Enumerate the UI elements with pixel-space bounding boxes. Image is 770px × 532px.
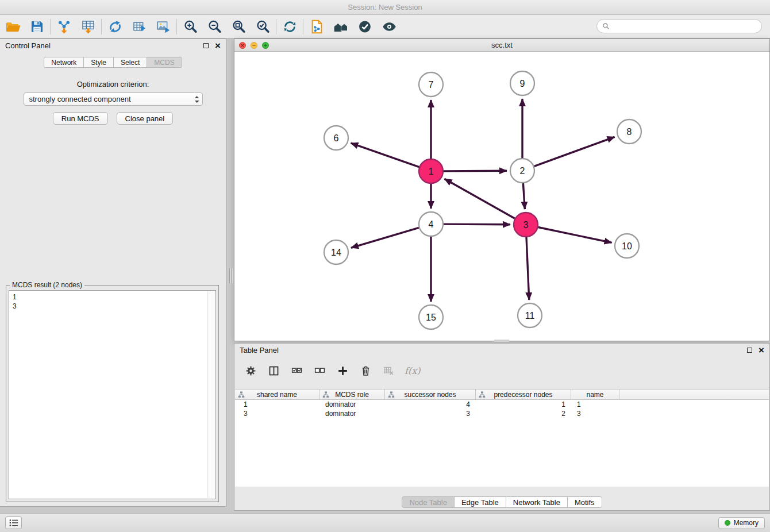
open-session-button[interactable] (3, 17, 22, 36)
cell-name[interactable]: 1 (571, 400, 619, 408)
export-table-button[interactable] (129, 17, 149, 36)
graph-edge-2-8[interactable] (534, 137, 615, 166)
close-panel-icon[interactable]: × (759, 345, 764, 355)
table-header-row: shared name MCDS role successor nodes pr… (235, 389, 769, 400)
style-check-icon (357, 19, 373, 34)
cell-mcds-role[interactable]: dominator (319, 410, 385, 418)
network-document-button[interactable] (307, 17, 326, 36)
table-row[interactable]: 3 dominator 3 2 3 (235, 409, 769, 418)
export-image-button[interactable] (153, 17, 173, 36)
network-graph[interactable]: 7968124314101511 (234, 52, 769, 341)
delete-table-button[interactable] (382, 364, 395, 377)
graph-edge-4-14[interactable] (351, 228, 419, 248)
memory-status-icon (725, 520, 730, 526)
graph-edge-2-3[interactable] (523, 183, 525, 209)
zoom-in-button[interactable] (180, 17, 200, 36)
graph-edge-3-10[interactable] (538, 228, 612, 243)
zoom-selected-button[interactable] (253, 17, 272, 36)
deselect-all-columns-button[interactable] (313, 364, 326, 377)
export-network-button[interactable] (105, 17, 125, 36)
cell-predecessor-nodes[interactable]: 1 (476, 400, 571, 408)
result-scrollbar[interactable] (207, 291, 215, 498)
app-titlebar[interactable]: Session: New Session (0, 0, 770, 15)
graph-edge-1-2[interactable] (444, 171, 507, 171)
zoom-in-icon (183, 19, 198, 34)
tab-node-table[interactable]: Node Table (402, 496, 455, 508)
memory-button[interactable]: Memory (718, 517, 765, 529)
network-window-titlebar[interactable]: scc.txt (234, 39, 769, 52)
add-column-button[interactable] (336, 364, 349, 377)
column-header-successor-nodes[interactable]: successor nodes (385, 390, 476, 399)
column-header-predecessor-nodes[interactable]: predecessor nodes (476, 390, 571, 399)
import-table-icon (80, 19, 96, 34)
save-icon (29, 19, 45, 34)
close-panel-icon[interactable]: × (215, 41, 221, 51)
zoom-fit-icon (231, 19, 247, 34)
run-mcds-button[interactable]: Run MCDS (53, 112, 108, 125)
graph-node-label: 6 (334, 133, 339, 143)
column-header-name[interactable]: name (571, 390, 619, 399)
cell-predecessor-nodes[interactable]: 2 (476, 410, 571, 418)
task-history-button[interactable] (5, 516, 22, 529)
mcds-result-textarea[interactable]: 1 3 (9, 290, 216, 499)
tab-motifs[interactable]: Motifs (567, 496, 602, 508)
search-input[interactable] (613, 22, 756, 30)
show-columns-button[interactable] (267, 364, 280, 377)
refresh-view-button[interactable] (280, 17, 299, 36)
table-toolbar: f(x) (234, 358, 769, 383)
zoom-fit-button[interactable] (229, 17, 248, 36)
tab-style[interactable]: Style (83, 57, 114, 68)
dropdown-stepper-icon (194, 95, 199, 103)
column-header-shared-name[interactable]: shared name (235, 390, 319, 399)
delete-column-button[interactable] (359, 364, 372, 377)
tab-mcds[interactable]: MCDS (147, 57, 182, 68)
import-table-button[interactable] (78, 17, 98, 36)
tab-select[interactable]: Select (113, 57, 147, 68)
cell-name[interactable]: 3 (571, 410, 619, 418)
control-panel-header: Control Panel × (0, 39, 226, 52)
cell-successor-nodes[interactable]: 3 (385, 410, 476, 418)
float-panel-icon[interactable] (203, 43, 209, 48)
zoom-out-button[interactable] (205, 17, 224, 36)
home-button[interactable] (331, 17, 351, 36)
workspace: Control Panel × Network Style Select MCD… (0, 38, 770, 513)
column-header-mcds-role[interactable]: MCDS role (319, 390, 385, 399)
cell-shared-name[interactable]: 3 (235, 410, 319, 418)
column-label: name (586, 391, 603, 399)
show-graphics-button[interactable] (379, 17, 399, 36)
float-panel-icon[interactable] (747, 348, 752, 353)
select-all-columns-button[interactable] (290, 364, 303, 377)
save-session-button[interactable] (27, 17, 47, 36)
graph-edge-3-1[interactable] (445, 179, 515, 218)
graph-node-label: 3 (523, 220, 529, 230)
import-network-button[interactable] (54, 17, 74, 36)
graph-edge-3-11[interactable] (526, 237, 529, 300)
tab-network-table[interactable]: Network Table (506, 496, 568, 508)
window-close-button[interactable] (239, 42, 246, 49)
node-table: shared name MCDS role successor nodes pr… (235, 389, 769, 487)
import-network-icon (56, 19, 72, 34)
criterion-dropdown[interactable]: strongly connected component (24, 92, 203, 106)
search-field[interactable] (596, 19, 762, 33)
close-panel-button[interactable]: Close panel (117, 112, 174, 125)
function-builder-icon[interactable]: f(x) (405, 365, 420, 376)
column-label: successor nodes (404, 391, 456, 399)
graph-node-label: 11 (525, 311, 535, 321)
table-row[interactable]: 1 dominator 4 1 1 (235, 400, 769, 409)
cell-mcds-role[interactable]: dominator (319, 400, 385, 408)
window-minimize-button[interactable] (251, 42, 257, 49)
tab-edge-table[interactable]: Edge Table (454, 496, 506, 508)
cell-successor-nodes[interactable]: 4 (385, 400, 476, 408)
vertical-splitter-grip[interactable] (229, 268, 233, 283)
style-check-button[interactable] (355, 17, 375, 36)
network-canvas[interactable]: 7968124314101511 (234, 52, 769, 341)
cell-shared-name[interactable]: 1 (235, 400, 319, 408)
table-panel: Table Panel × (234, 343, 770, 511)
tab-network[interactable]: Network (44, 57, 84, 68)
select-all-icon (291, 365, 303, 377)
graph-node-label: 14 (331, 248, 341, 257)
graph-edge-1-6[interactable] (351, 143, 419, 167)
table-settings-button[interactable] (244, 364, 257, 377)
window-zoom-button[interactable] (262, 42, 269, 49)
graph-edge-4-3[interactable] (444, 224, 510, 225)
